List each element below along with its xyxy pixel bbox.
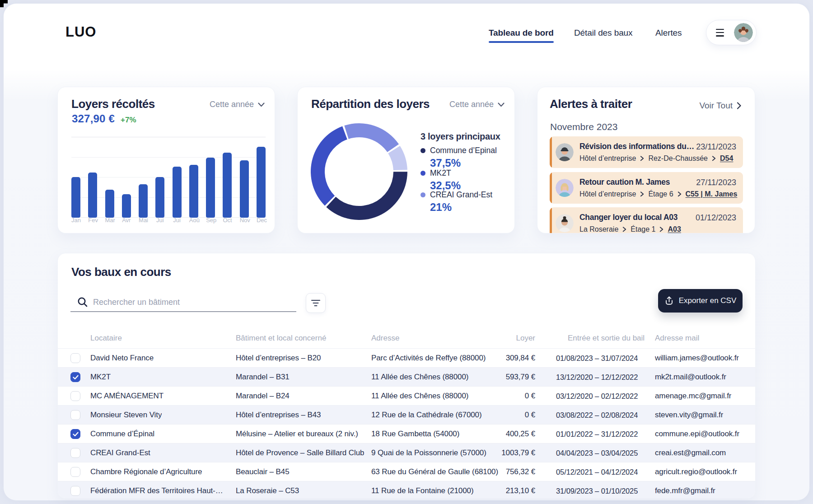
repartition-period-dropdown[interactable]: Cette année — [449, 100, 505, 109]
bar-x-label: Jui — [173, 217, 182, 224]
nav-item-tableau-de-bord[interactable]: Tableau de bord — [489, 27, 554, 39]
alert-accent-bar — [550, 136, 552, 168]
legend-item-row: CREAI Grand-Est — [421, 190, 492, 200]
row-checkbox[interactable] — [70, 467, 80, 477]
cell-locataire: David Neto France — [90, 349, 154, 368]
alert-title: Révision des informations du lo… — [579, 142, 695, 151]
table-row: CREAI Grand-EstHôtel de Provence – Salle… — [58, 443, 755, 462]
breadcrumb-segment[interactable]: C55 | M. James — [686, 190, 738, 198]
bar-column — [71, 137, 80, 218]
bar-x-label: Aoû — [189, 217, 198, 224]
filter-button[interactable] — [306, 293, 326, 313]
card-repartition-title: Répartition des loyers — [311, 97, 430, 111]
bar-x-label: Fev — [88, 217, 97, 224]
alert-avatar — [556, 179, 574, 197]
card-alertes: Alertes à traiter Voir Tout Novembre 202… — [537, 87, 755, 233]
bar-column — [240, 137, 249, 218]
cell-mail: creai.est@gmail.com — [655, 443, 726, 462]
breadcrumb-segment: La Roseraie — [579, 225, 618, 233]
bar-mar — [105, 190, 114, 218]
cell-bail: 31/09/2023 – 01/10/2025 — [556, 481, 638, 499]
repartition-period-value: Cette année — [449, 100, 494, 109]
see-all-link[interactable]: Voir Tout — [699, 101, 741, 111]
table-row: MC AMÉNAGEMENTMarandel – B2411 Allée des… — [58, 387, 755, 406]
cell-mail: william.james@outlook.fr — [655, 349, 739, 368]
alert-breadcrumb: Hôtel d’entrepriseÉtage 6C55 | M. James — [579, 190, 737, 198]
cell-bail: 03/08/2022 – 02/08/2024 — [556, 406, 638, 425]
nav-item-alertes[interactable]: Alertes — [655, 27, 682, 39]
legend-label: Commune d’Epinal — [430, 146, 497, 155]
column-header-4: Loyer — [516, 334, 535, 343]
user-avatar[interactable] — [734, 23, 753, 42]
cell-bail: 03/12/2020 – 02/12/2022 — [556, 387, 638, 406]
bar-chart-x-labels: JanFevMarAvrMaiJuiJuiAoûSepOctNovDec — [71, 217, 266, 224]
hamburger-icon[interactable] — [716, 29, 724, 37]
cell-batiment: Marandel – B24 — [236, 387, 290, 406]
cell-loyer: 756,32 € — [506, 462, 535, 481]
cell-locataire: MC AMÉNAGEMENT — [90, 387, 164, 406]
cell-batiment: Hôtel d’entreprises – B20 — [236, 349, 321, 368]
row-checkbox[interactable] — [70, 448, 80, 458]
donut-segment-commune-d-epinal — [326, 172, 407, 220]
bar-column — [206, 137, 215, 218]
bar-column — [155, 137, 164, 218]
breadcrumb-segment[interactable]: D54 — [720, 154, 733, 163]
cell-bail: 01/01/2022 – 31/12/2022 — [556, 425, 638, 443]
table-row: Fédération MFR des Territoires Haut-M…La… — [58, 481, 755, 499]
alert-breadcrumb: Hôtel d’entrepriseRez-De-ChausséeD54 — [579, 154, 733, 163]
row-checkbox[interactable] — [70, 486, 80, 496]
chevron-right-icon — [659, 227, 663, 232]
nav-item-d-tail-des-baux[interactable]: Détail des baux — [574, 27, 632, 39]
table-header: LocataireBâtiment et local concernéAdres… — [58, 334, 755, 348]
bar-column — [122, 137, 131, 218]
cell-mail: fede.mfr@gmail.fr — [655, 481, 715, 499]
bar-column — [189, 137, 198, 218]
bar-sep — [206, 158, 215, 218]
bar-jan — [71, 177, 80, 218]
bar-oct — [223, 153, 232, 218]
card-alertes-title: Alertes à traiter — [550, 97, 632, 111]
cell-mail: mk2t.mail@outlook.fr — [655, 368, 726, 387]
chevron-right-icon — [622, 227, 626, 232]
bar-nov — [240, 160, 249, 218]
alert-item[interactable]: Révision des informations du lo…23/11/20… — [550, 136, 743, 168]
cell-adresse: 12 Rue de la Cathédrale (67000) — [371, 406, 482, 425]
bar-chart — [71, 137, 266, 218]
chevron-right-icon — [640, 191, 644, 197]
chevron-right-icon — [678, 191, 682, 197]
cell-locataire: Fédération MFR des Territoires Haut-M… — [90, 481, 228, 499]
cell-bail: 13/12/2020 – 12/12/2022 — [556, 368, 638, 387]
alerts-month-label: Novembre 2023 — [550, 121, 617, 132]
bar-x-label: Jan — [71, 217, 80, 224]
donut-legend: 3 loyers principaux Commune d’Epinal37,5… — [421, 131, 509, 142]
chevron-right-icon — [712, 156, 716, 161]
cell-bail: 05/12/2021 – 04/12/2024 — [556, 462, 638, 481]
chevron-right-icon — [640, 191, 644, 197]
bar-column — [139, 137, 148, 218]
card-repartition-loyers: Répartition des loyers Cette année 3 loy… — [297, 87, 515, 233]
legend-item: MK2T32,5% — [421, 168, 461, 192]
row-checkbox-checked[interactable] — [70, 372, 80, 382]
bar-x-label: Avr — [122, 217, 131, 224]
corner-artifact — [0, 0, 8, 7]
avatar-image — [734, 23, 753, 42]
row-checkbox[interactable] — [70, 391, 80, 401]
chevron-down-icon — [258, 103, 265, 107]
cell-adresse: 11 Allée des Chênes (88000) — [371, 387, 468, 406]
alert-item[interactable]: Retour caution M. James27/11/2023Hôtel d… — [550, 172, 743, 204]
cell-locataire: MK2T — [90, 368, 111, 387]
cell-mail: steven.vity@gmail.fr — [655, 406, 723, 425]
row-checkbox[interactable] — [70, 353, 80, 363]
search-input[interactable]: Rechercher un bâtiment — [70, 293, 296, 312]
cell-mail: commune.epi@outlook.fr — [655, 425, 739, 443]
loyers-period-dropdown[interactable]: Cette année — [210, 100, 265, 109]
breadcrumb-segment[interactable]: A03 — [668, 225, 681, 233]
user-menu[interactable] — [706, 20, 757, 45]
row-checkbox[interactable] — [70, 410, 80, 420]
legend-item: Commune d’Epinal37,5% — [421, 146, 497, 169]
alert-item[interactable]: Changer loyer du local A0301/12/2023La R… — [550, 207, 743, 233]
row-checkbox-checked[interactable] — [70, 429, 80, 439]
export-csv-button[interactable]: Exporter en CSV — [658, 289, 743, 313]
alert-title: Changer loyer du local A03 — [579, 213, 678, 222]
bar-x-label: Oct — [223, 217, 232, 224]
